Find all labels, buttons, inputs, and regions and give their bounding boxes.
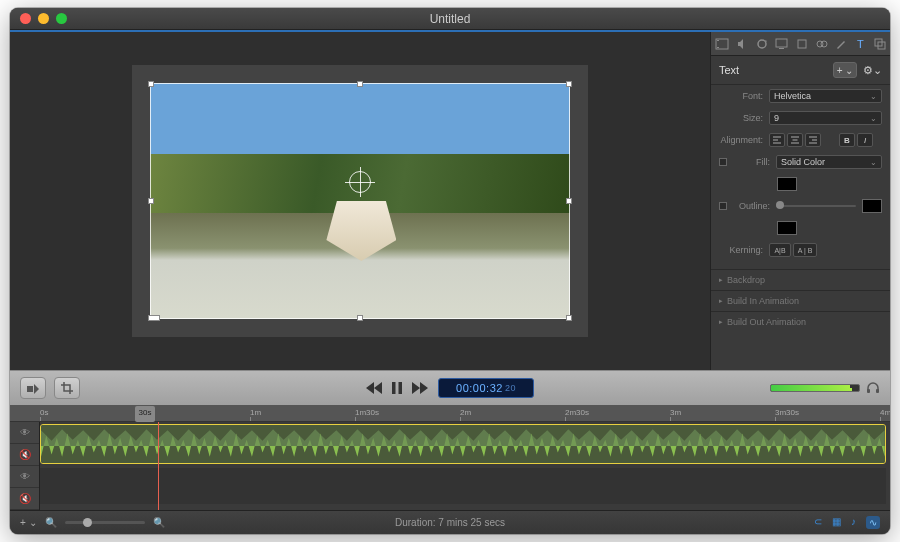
duration-label: Duration: 7 mins 25 secs (395, 517, 505, 528)
timeline-tracks[interactable]: 👁 🔇 👁 🔇 (10, 422, 890, 510)
font-label: Font: (719, 91, 763, 101)
text-tab-icon[interactable]: T (855, 38, 867, 50)
mute-icon[interactable]: 🔇 (10, 444, 39, 466)
playhead[interactable] (158, 422, 159, 510)
video-tab-icon[interactable] (715, 38, 729, 50)
loop-tab-icon[interactable] (756, 38, 768, 50)
align-right-button[interactable] (805, 133, 821, 147)
zoom-in-icon[interactable]: 🔍 (153, 517, 165, 528)
outline-swatch-2[interactable] (777, 221, 797, 235)
svg-rect-5 (779, 48, 784, 49)
resize-handle[interactable] (566, 81, 572, 87)
outline-checkbox[interactable] (719, 202, 727, 210)
ruler-mark: 3m (670, 408, 681, 417)
clip-icon[interactable]: ▦ (832, 516, 841, 529)
mute-icon[interactable]: 🔇 (10, 488, 39, 510)
crop-tool-button[interactable] (54, 377, 80, 399)
effects-tab-icon[interactable] (816, 38, 828, 50)
headphones-icon[interactable] (866, 382, 880, 394)
bottom-bar: + ⌄ 🔍 🔍 Duration: 7 mins 25 secs ⊂ ▦ ♪ ∿ (10, 510, 890, 534)
pause-button[interactable] (392, 382, 402, 394)
gear-icon[interactable]: ⚙︎⌄ (863, 64, 882, 77)
fill-label: Fill: (736, 157, 770, 167)
svg-rect-16 (876, 389, 879, 393)
size-label: Size: (719, 113, 763, 123)
resize-handle[interactable] (566, 315, 572, 321)
fill-checkbox[interactable] (719, 158, 727, 166)
outline-color-swatch[interactable] (862, 199, 882, 213)
visibility-icon[interactable]: 👁 (10, 422, 39, 444)
resize-handle[interactable] (148, 315, 160, 321)
toolbar: 00:00:3220 (10, 370, 890, 406)
window-title: Untitled (10, 12, 890, 26)
svg-point-8 (821, 41, 827, 47)
svg-rect-12 (27, 386, 33, 392)
visibility-icon[interactable]: 👁 (10, 466, 39, 488)
playback-controls: 00:00:3220 (366, 378, 534, 398)
kerning-loose-button[interactable]: A | B (793, 243, 817, 257)
align-center-button[interactable] (787, 133, 803, 147)
svg-rect-2 (717, 47, 719, 48)
timecode-display[interactable]: 00:00:3220 (438, 378, 534, 398)
resize-handle[interactable] (148, 198, 154, 204)
audio-tab-icon[interactable] (736, 38, 748, 50)
inspector-tabs: T (711, 32, 890, 56)
alignment-label: Alignment: (719, 135, 763, 145)
app-window: Untitled T Text (10, 8, 890, 534)
canvas[interactable] (10, 32, 710, 370)
transitions-button[interactable] (20, 377, 46, 399)
svg-rect-4 (776, 39, 787, 47)
ruler-mark: 2m30s (565, 408, 589, 417)
kerning-label: Kerning: (719, 245, 763, 255)
wave-icon[interactable]: ∿ (866, 516, 880, 529)
snap-icon[interactable]: ⊂ (814, 516, 822, 529)
svg-rect-1 (717, 40, 719, 41)
inspector-panel: T Text + ⌄ ⚙︎⌄ Font: Helvetica Size: 9 A… (710, 32, 890, 370)
screen-tab-icon[interactable] (775, 38, 788, 50)
selection-box[interactable] (150, 83, 570, 319)
inspector-title: Text (719, 64, 739, 76)
audio-meter (770, 384, 860, 392)
italic-button[interactable]: I (857, 133, 873, 147)
resize-handle[interactable] (566, 198, 572, 204)
outline-width-slider[interactable] (776, 205, 856, 207)
outline-label: Outline: (736, 201, 770, 211)
waveform (41, 425, 885, 464)
svg-rect-15 (867, 389, 870, 393)
zoom-out-icon[interactable]: 🔍 (45, 517, 57, 528)
kerning-tight-button[interactable]: A|B (769, 243, 791, 257)
rewind-button[interactable] (366, 382, 382, 394)
center-anchor-icon[interactable] (349, 171, 371, 193)
timeline-ruler[interactable]: 30s 0s1m1m30s2m2m30s3m3m30s4m (10, 406, 890, 422)
zoom-slider[interactable] (65, 521, 145, 524)
add-text-button[interactable]: + ⌄ (833, 62, 857, 78)
build-out-section[interactable]: Build Out Animation (711, 311, 890, 332)
ruler-mark: 1m30s (355, 408, 379, 417)
video-preview[interactable] (150, 83, 570, 319)
fill-select[interactable]: Solid Color (776, 155, 882, 169)
svg-point-3 (758, 40, 766, 48)
resize-handle[interactable] (357, 315, 363, 321)
add-button[interactable]: + ⌄ (20, 517, 37, 528)
empty-track[interactable] (40, 468, 886, 504)
inspector-heading: Text + ⌄ ⚙︎⌄ (711, 56, 890, 85)
size-stepper[interactable]: 9 (769, 111, 882, 125)
backdrop-section[interactable]: Backdrop (711, 269, 890, 290)
font-select[interactable]: Helvetica (769, 89, 882, 103)
ruler-mark: 4m (880, 408, 890, 417)
forward-button[interactable] (412, 382, 428, 394)
fill-color-swatch[interactable] (777, 177, 797, 191)
titlebar[interactable]: Untitled (10, 8, 890, 30)
build-in-section[interactable]: Build In Animation (711, 290, 890, 311)
resize-handle[interactable] (357, 81, 363, 87)
video-clip[interactable] (40, 424, 886, 464)
annotate-tab-icon[interactable] (835, 38, 847, 50)
audio-icon[interactable]: ♪ (851, 516, 856, 529)
resize-handle[interactable] (148, 81, 154, 87)
align-left-button[interactable] (769, 133, 785, 147)
layers-tab-icon[interactable] (874, 38, 886, 50)
svg-rect-13 (392, 382, 396, 394)
main-area: T Text + ⌄ ⚙︎⌄ Font: Helvetica Size: 9 A… (10, 30, 890, 370)
crop-tab-icon[interactable] (796, 38, 808, 50)
bold-button[interactable]: B (839, 133, 855, 147)
